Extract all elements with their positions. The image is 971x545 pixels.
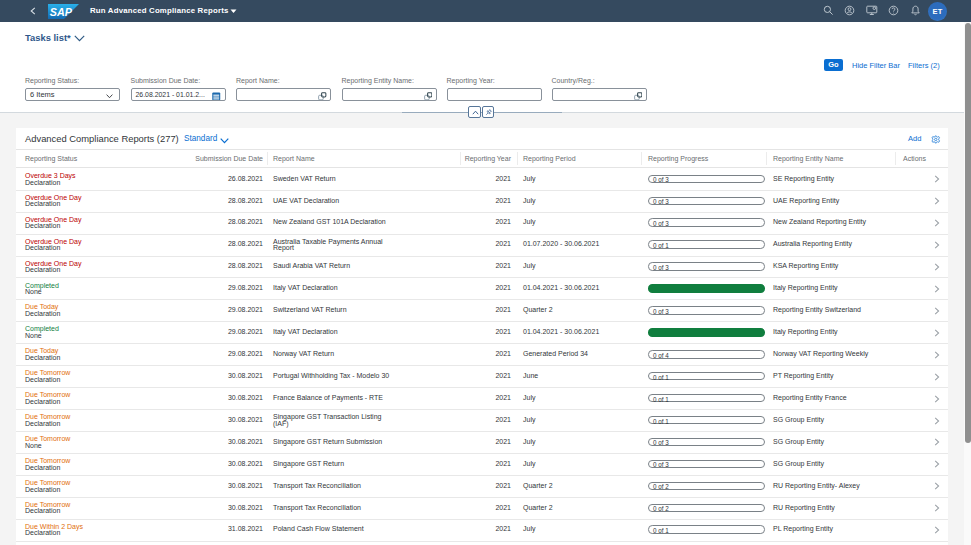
svg-text:SAP: SAP — [50, 6, 73, 18]
